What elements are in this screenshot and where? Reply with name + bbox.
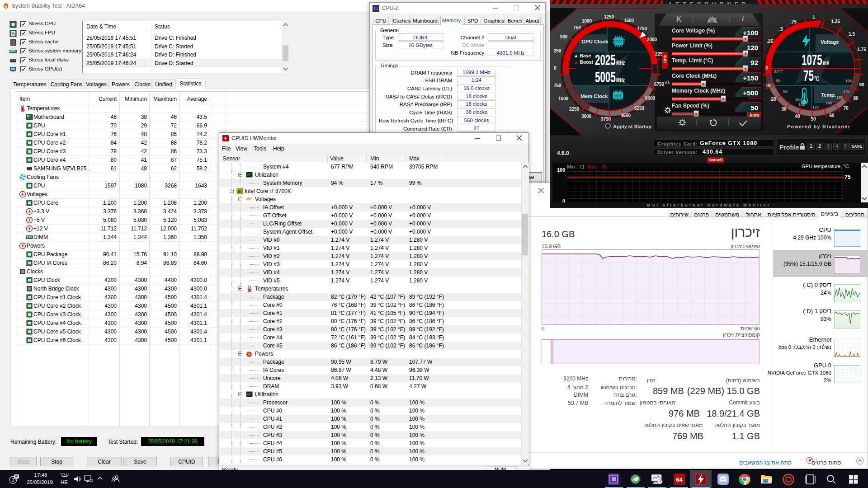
svg-text:64: 64 (676, 476, 683, 483)
svg-text:%: % (11, 31, 15, 36)
